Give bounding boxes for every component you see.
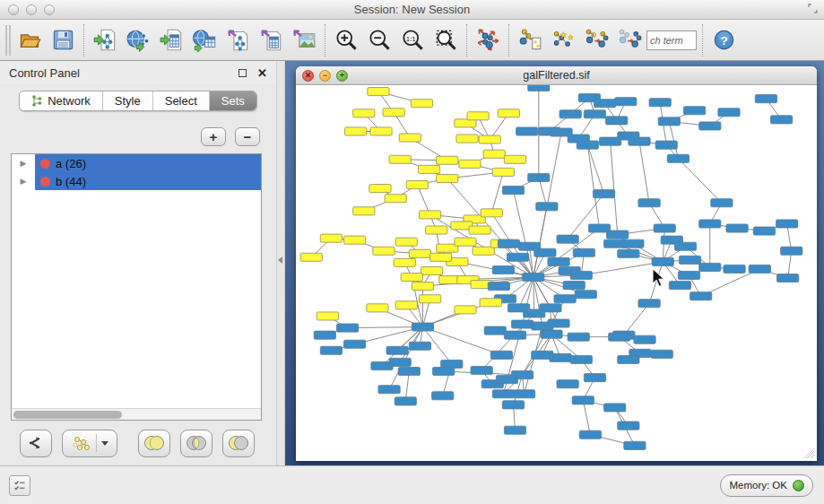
remove-set-button[interactable]: − — [235, 127, 260, 146]
graph-edge[interactable] — [663, 229, 664, 262]
tab-select[interactable]: Select — [153, 91, 210, 110]
graph-node[interactable] — [638, 199, 660, 207]
graph-node[interactable] — [504, 155, 525, 163]
graph-node[interactable] — [409, 342, 430, 350]
graph-node[interactable] — [634, 335, 655, 343]
horizontal-scrollbar[interactable] — [12, 408, 261, 420]
graph-node[interactable] — [622, 239, 644, 248]
graph-node[interactable] — [344, 236, 366, 244]
graph-edge[interactable] — [525, 326, 542, 395]
new-network-selected-all-edges-button[interactable] — [581, 24, 611, 56]
graph-node[interactable] — [629, 137, 650, 145]
memory-status-button[interactable]: Memory: OK — [720, 474, 813, 497]
graph-node[interactable] — [770, 116, 792, 124]
graph-node[interactable] — [568, 333, 589, 341]
graph-node[interactable] — [425, 226, 447, 234]
graph-node[interactable] — [490, 351, 512, 359]
graph-node[interactable] — [573, 248, 594, 256]
graph-node[interactable] — [669, 282, 690, 290]
scrollbar-thumb[interactable] — [13, 411, 122, 419]
graph-node[interactable] — [755, 95, 776, 103]
graph-node[interactable] — [557, 380, 578, 388]
graph-node[interactable] — [467, 112, 489, 120]
graph-node[interactable] — [455, 238, 476, 246]
toolbar-drag-handle[interactable] — [5, 25, 11, 56]
graph-node[interactable] — [430, 253, 452, 261]
network-frame-titlebar[interactable]: ✕ − + galFiltered.sif — [296, 66, 817, 85]
set-intersection-button[interactable] — [180, 430, 213, 457]
graph-node[interactable] — [504, 331, 525, 339]
tab-network[interactable]: Network — [20, 91, 103, 110]
graph-edge[interactable] — [581, 262, 663, 275]
graph-node[interactable] — [367, 304, 388, 312]
graph-node[interactable] — [395, 397, 416, 405]
expander-icon[interactable]: ▶ — [12, 159, 35, 168]
import-table-file-button[interactable] — [156, 24, 186, 56]
create-set-combo-button[interactable] — [62, 430, 117, 457]
graph-node[interactable] — [488, 282, 509, 291]
graph-edge[interactable] — [405, 371, 409, 401]
graph-edge[interactable] — [583, 400, 590, 434]
graph-node[interactable] — [711, 199, 733, 207]
graph-node[interactable] — [484, 326, 506, 335]
graph-node[interactable] — [421, 266, 442, 274]
graph-node[interactable] — [618, 355, 639, 363]
graph-node[interactable] — [317, 312, 338, 320]
graph-node[interactable] — [699, 122, 721, 130]
graph-node[interactable] — [437, 156, 458, 164]
graph-node[interactable] — [320, 346, 342, 354]
zoom-out-button[interactable] — [364, 24, 395, 56]
graph-node[interactable] — [378, 386, 400, 394]
network-frame[interactable]: ✕ − + galFiltered.sif — [296, 66, 817, 461]
graph-node[interactable] — [411, 100, 432, 108]
network-from-selection-button[interactable] — [515, 24, 545, 56]
split-set-button[interactable] — [20, 430, 52, 457]
graph-node[interactable] — [433, 368, 455, 376]
float-panel-icon[interactable] — [239, 69, 247, 77]
graph-node[interactable] — [570, 271, 592, 279]
graph-node[interactable] — [459, 160, 481, 168]
zoom-selected-button[interactable] — [430, 24, 461, 56]
first-neighbors-button[interactable] — [548, 24, 578, 56]
graph-node[interactable] — [314, 331, 335, 339]
import-table-url-button[interactable] — [189, 24, 220, 56]
graph-node[interactable] — [638, 300, 660, 308]
graph-node[interactable] — [353, 207, 375, 215]
graph-node[interactable] — [584, 374, 605, 382]
graph-node[interactable] — [624, 441, 646, 449]
graph-node[interactable] — [398, 368, 420, 376]
graph-node[interactable] — [496, 376, 517, 384]
graph-node[interactable] — [479, 135, 500, 143]
add-set-button[interactable]: + — [201, 127, 226, 146]
graph-node[interactable] — [777, 274, 799, 282]
graph-node[interactable] — [606, 117, 628, 125]
resize-grip-icon[interactable] — [804, 448, 815, 459]
open-session-button[interactable] — [14, 24, 45, 56]
graph-node[interactable] — [776, 220, 798, 228]
graph-node[interactable] — [383, 109, 404, 117]
graph-node[interactable] — [389, 155, 411, 163]
import-network-url-button[interactable] — [123, 24, 153, 56]
graph-node[interactable] — [320, 234, 342, 242]
graph-node[interactable] — [534, 248, 556, 256]
graph-node[interactable] — [345, 127, 367, 135]
collapse-panel-icon[interactable] — [278, 256, 282, 264]
graph-node[interactable] — [300, 253, 322, 261]
graph-node[interactable] — [507, 253, 528, 261]
graph-edge[interactable] — [639, 142, 649, 204]
graph-node[interactable] — [536, 203, 558, 211]
graph-node[interactable] — [607, 230, 629, 239]
graph-node[interactable] — [511, 320, 533, 328]
graph-node[interactable] — [502, 187, 524, 195]
graph-node[interactable] — [584, 110, 605, 118]
graph-node[interactable] — [594, 100, 615, 108]
graph-node[interactable] — [609, 333, 630, 341]
graph-node[interactable] — [658, 117, 680, 126]
graph-node[interactable] — [655, 141, 677, 149]
graph-node[interactable] — [368, 88, 389, 96]
graph-node[interactable] — [550, 353, 571, 361]
graph-node[interactable] — [575, 291, 596, 299]
new-network-selected-selected-edges-button[interactable] — [614, 24, 645, 56]
graph-node[interactable] — [412, 323, 433, 331]
graph-node[interactable] — [492, 168, 514, 176]
